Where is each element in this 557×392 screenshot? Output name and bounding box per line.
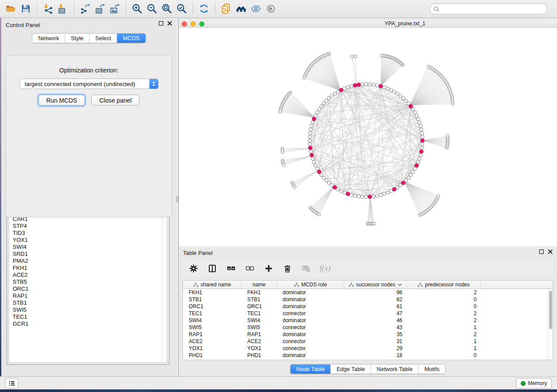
mcds-result-item[interactable]: STB5 [9, 279, 162, 285]
network-node[interactable] [379, 193, 383, 197]
network-node[interactable] [325, 99, 328, 103]
search-input[interactable] [442, 5, 547, 14]
network-node[interactable] [322, 176, 325, 179]
save-session-button[interactable] [19, 2, 32, 15]
tab-mcds[interactable]: MCDS [117, 34, 145, 43]
select-all-checks-button[interactable] [226, 264, 236, 273]
network-node[interactable] [318, 107, 321, 111]
network-node[interactable] [308, 143, 311, 146]
show-details-button[interactable] [264, 2, 277, 15]
deselect-all-checks-button[interactable] [245, 264, 255, 273]
export-network-button[interactable] [79, 2, 92, 15]
mcds-list-scrollbar[interactable] [162, 208, 167, 362]
column-header-shared-name[interactable]: shared name [183, 281, 242, 289]
leaf-node[interactable] [282, 164, 285, 167]
network-node[interactable] [320, 105, 323, 108]
dominator-node[interactable] [392, 187, 396, 191]
network-node[interactable] [421, 143, 424, 146]
leaf-node[interactable] [380, 54, 383, 57]
table-tab-node-table[interactable]: Node Table [291, 364, 331, 374]
network-node[interactable] [413, 111, 417, 114]
table-tab-motifs[interactable]: Motifs [419, 364, 445, 374]
network-node[interactable] [407, 176, 410, 179]
mcds-result-item[interactable]: TID3 [9, 230, 162, 237]
tab-network[interactable]: Network [32, 34, 65, 43]
network-node[interactable] [343, 87, 346, 90]
network-node[interactable] [415, 114, 419, 117]
leaf-node[interactable] [373, 222, 376, 225]
mcds-result-item[interactable]: SRD1 [9, 251, 162, 258]
network-node[interactable] [350, 193, 353, 197]
float-table-panel-icon[interactable] [539, 249, 544, 254]
column-header-predecessor-nodes[interactable]: predecessor nodes [407, 281, 481, 289]
close-table-panel-icon[interactable] [548, 249, 553, 254]
network-node[interactable] [418, 157, 421, 161]
minimize-window-button[interactable] [190, 21, 196, 27]
mcds-result-item[interactable]: SWI4 [9, 244, 162, 251]
mcds-result-item[interactable]: TEC1 [9, 313, 162, 320]
delete-column-button[interactable] [283, 264, 292, 273]
search-network-button[interactable] [235, 2, 248, 15]
leaf-node[interactable] [354, 55, 357, 58]
network-node[interactable] [389, 189, 393, 193]
network-node[interactable] [325, 179, 328, 182]
network-node[interactable] [404, 99, 408, 103]
dominator-node[interactable] [357, 83, 361, 87]
network-node[interactable] [315, 111, 319, 114]
network-node[interactable] [336, 90, 340, 93]
network-node[interactable] [308, 131, 312, 135]
dominator-node[interactable] [339, 88, 343, 92]
network-node[interactable] [386, 87, 390, 90]
network-node[interactable] [413, 167, 417, 171]
table-row[interactable]: STB1STB1dominator620 [183, 296, 553, 303]
mcds-result-item[interactable]: STB1 [9, 299, 162, 306]
dominator-node[interactable] [421, 139, 425, 143]
network-node[interactable] [333, 92, 336, 96]
network-node[interactable] [346, 86, 350, 89]
zoom-in-button[interactable] [131, 2, 144, 15]
network-node[interactable] [311, 157, 315, 161]
network-node[interactable] [310, 124, 314, 128]
dominator-node[interactable] [310, 153, 314, 157]
network-node[interactable] [375, 194, 379, 198]
column-header-name[interactable]: name [242, 281, 277, 289]
open-file-button[interactable] [4, 2, 17, 15]
task-history-button[interactable] [5, 378, 18, 389]
network-node[interactable] [308, 139, 311, 142]
network-node[interactable] [393, 90, 396, 93]
network-node[interactable] [353, 194, 357, 198]
dominator-node[interactable] [401, 181, 405, 185]
table-row[interactable]: ACE2ACE2connector311 [183, 338, 553, 345]
network-node[interactable] [308, 135, 311, 139]
network-node[interactable] [375, 84, 379, 87]
splitter-handle[interactable] [176, 196, 178, 202]
mcds-result-item[interactable]: FKH1 [9, 265, 162, 272]
dominator-node[interactable] [346, 192, 350, 196]
leaf-node[interactable] [318, 213, 321, 216]
close-panel-button[interactable]: Close panel [91, 95, 139, 106]
mcds-result-item[interactable]: SWI5 [9, 306, 162, 313]
network-node[interactable] [383, 192, 386, 196]
network-node[interactable] [350, 85, 353, 88]
table-tab-edge-table[interactable]: Edge Table [331, 364, 371, 374]
dominator-node[interactable] [419, 150, 423, 154]
column-header-successor-nodes[interactable]: successor nodes [344, 281, 407, 289]
network-node[interactable] [311, 121, 315, 124]
leaf-node[interactable] [279, 110, 282, 113]
network-node[interactable] [357, 195, 360, 198]
refresh-button[interactable] [197, 2, 211, 15]
mcds-result-item[interactable]: ORC1 [9, 285, 162, 292]
network-node[interactable] [409, 173, 412, 177]
network-node[interactable] [364, 83, 368, 86]
dominator-node[interactable] [353, 83, 357, 87]
network-node[interactable] [421, 135, 424, 139]
settings-gear-button[interactable] [189, 264, 198, 273]
delete-table-button[interactable] [301, 264, 311, 273]
leaf-node[interactable] [303, 76, 306, 79]
zoom-selected-button[interactable] [175, 2, 188, 15]
leaf-node[interactable] [446, 134, 449, 138]
dominator-node[interactable] [368, 195, 372, 199]
table-row[interactable]: SWI5SWI5connector431 [183, 324, 553, 331]
function-builder-button[interactable]: f(x) [320, 264, 330, 273]
table-row[interactable]: YOX1YOX1connector291 [183, 345, 553, 352]
